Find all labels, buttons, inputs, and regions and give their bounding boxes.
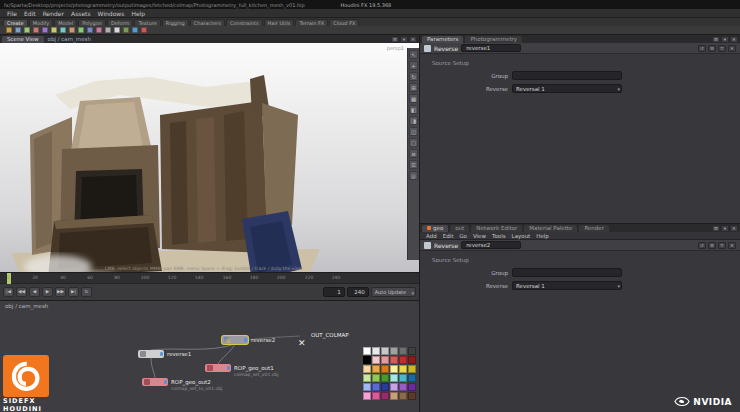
end-frame-field[interactable]: 240	[347, 287, 369, 297]
menu-render[interactable]: Render	[40, 10, 67, 17]
color-swatch[interactable]	[390, 374, 398, 382]
shelf-tool-icon[interactable]	[105, 27, 111, 33]
shelf-tab[interactable]: Create	[3, 19, 28, 26]
shelf-tool-icon[interactable]	[51, 27, 57, 33]
shelf-tool-icon[interactable]	[33, 27, 39, 33]
color-swatch[interactable]	[381, 383, 389, 391]
close-icon[interactable]: ✕	[728, 45, 736, 52]
color-swatch[interactable]	[399, 347, 407, 355]
color-swatch[interactable]	[372, 365, 380, 373]
select-tool-icon[interactable]: ↖	[409, 50, 418, 59]
color-swatch[interactable]	[363, 347, 371, 355]
color-swatch[interactable]	[363, 383, 371, 391]
node-reverse1[interactable]: reverse1	[138, 350, 164, 358]
gear-icon[interactable]: ⚙	[708, 242, 716, 249]
group-field[interactable]	[512, 268, 622, 277]
reverse-mode-dropdown[interactable]: Reversal 1	[512, 84, 622, 93]
color-swatch[interactable]	[408, 347, 416, 355]
undo-icon[interactable]: ↺	[698, 242, 706, 249]
frame-view-icon[interactable]: ▢	[409, 138, 418, 147]
color-swatch[interactable]	[372, 356, 380, 364]
pane-close-icon[interactable]: ✕	[409, 36, 417, 43]
node-name-field[interactable]: reverse1	[461, 44, 521, 52]
presets-menu-icon[interactable]: ≡	[718, 242, 726, 249]
pane-close-icon[interactable]: ✕	[730, 36, 738, 43]
menu-view[interactable]: View	[471, 233, 488, 239]
shelf-tab[interactable]: Terrain FX	[295, 19, 328, 26]
color-swatch[interactable]	[399, 374, 407, 382]
menu-layout[interactable]: Layout	[510, 233, 533, 239]
color-swatch[interactable]	[408, 383, 416, 391]
reverse-mode-dropdown[interactable]: Reversal 1	[512, 281, 622, 290]
shelf-tool-icon[interactable]	[132, 27, 138, 33]
menu-add[interactable]: Add	[424, 233, 439, 239]
menu-help[interactable]: Help	[128, 10, 148, 17]
shelf-tab[interactable]: Cloud FX	[329, 19, 359, 26]
pane-tab-parameters[interactable]: Parameters	[422, 36, 463, 43]
play-button[interactable]: ▶	[42, 287, 53, 297]
color-swatch[interactable]	[390, 383, 398, 391]
shelf-tool-icon[interactable]	[87, 27, 93, 33]
shelf-tab[interactable]: Polygon	[78, 19, 106, 26]
node-reverse2[interactable]: reverse2	[222, 336, 248, 344]
color-swatch[interactable]	[408, 356, 416, 364]
color-swatch[interactable]	[399, 356, 407, 364]
shelf-tool-icon[interactable]	[141, 27, 147, 33]
color-swatch[interactable]	[399, 392, 407, 400]
menu-options-icon[interactable]: ☰	[409, 160, 418, 169]
viewport-camera-label[interactable]: persp1	[387, 45, 404, 51]
pane-menu-icon[interactable]: ▾	[721, 36, 729, 43]
scene-viewport[interactable]: persp1 ↖ + ↻ ⊞ ▦ ◧ ◨ ◫ ▢ ≡ ☰ ◎ LMB: sele…	[0, 43, 420, 272]
shelf-tool-icon[interactable]	[24, 27, 30, 33]
color-swatch[interactable]	[372, 392, 380, 400]
color-swatch[interactable]	[408, 392, 416, 400]
gear-icon[interactable]: ⚙	[708, 45, 716, 52]
viewport-context-path[interactable]: obj / cam_mesh	[48, 36, 91, 42]
color-swatch[interactable]	[381, 374, 389, 382]
auto-update-dropdown[interactable]: Auto Update	[371, 287, 416, 297]
pane-split-icon[interactable]: ⊞	[712, 225, 720, 232]
shelf-tool-icon[interactable]	[60, 27, 66, 33]
pane-tab-photogrammetry[interactable]: Photogrammetry	[465, 36, 522, 43]
shelf-tool-icon[interactable]	[123, 27, 129, 33]
node-name-field[interactable]: reverse2	[461, 241, 521, 249]
menu-assets[interactable]: Assets	[68, 10, 94, 17]
pane-tab-network-editor[interactable]: Network Editor	[471, 225, 522, 232]
network-breadcrumb[interactable]: obj / cam_mesh	[5, 303, 48, 309]
shelf-tool-icon[interactable]	[114, 27, 120, 33]
rotate-tool-icon[interactable]: ↻	[409, 72, 418, 81]
color-swatch[interactable]	[363, 365, 371, 373]
null-node-icon[interactable]: ✕	[298, 338, 306, 348]
grid-toggle-icon[interactable]: ▦	[409, 94, 418, 103]
shelf-tab[interactable]: Texture	[134, 19, 160, 26]
undo-icon[interactable]: ↺	[698, 45, 706, 52]
color-swatch[interactable]	[399, 365, 407, 373]
split-view-icon[interactable]: ◫	[409, 127, 418, 136]
shelf-tab[interactable]: Hair Utils	[264, 19, 295, 26]
color-swatch[interactable]	[363, 392, 371, 400]
color-swatch[interactable]	[408, 374, 416, 382]
node-rop-geo-out1[interactable]: ROP_geo_out1 colmap_set_v01.obj	[205, 364, 231, 372]
color-swatch[interactable]	[399, 383, 407, 391]
shelf-tab[interactable]: Deform	[107, 19, 134, 26]
color-swatch[interactable]	[372, 347, 380, 355]
menu-edit[interactable]: Edit	[21, 10, 39, 17]
layout-tool-icon[interactable]: ⊞	[409, 83, 418, 92]
pane-tab-render[interactable]: Render	[579, 225, 609, 232]
display-options-icon[interactable]: ≡	[409, 149, 418, 158]
timeline-ruler[interactable]: 1 20 40 60 80 100 120 140 160 180 200 22…	[0, 272, 420, 284]
color-swatch[interactable]	[381, 356, 389, 364]
menu-file[interactable]: File	[4, 10, 20, 17]
color-swatch[interactable]	[390, 347, 398, 355]
close-icon[interactable]: ✕	[728, 242, 736, 249]
pane-split-icon[interactable]: ⊞	[391, 36, 399, 43]
color-swatch[interactable]	[408, 365, 416, 373]
menu-tools[interactable]: Tools	[490, 233, 508, 239]
color-swatch[interactable]	[390, 392, 398, 400]
node-body[interactable]	[142, 378, 168, 386]
node-body[interactable]	[138, 350, 164, 358]
shelf-tab[interactable]: Rigging	[162, 19, 189, 26]
shade-right-icon[interactable]: ◨	[409, 116, 418, 125]
group-field[interactable]	[512, 71, 622, 80]
color-swatch[interactable]	[363, 356, 371, 364]
